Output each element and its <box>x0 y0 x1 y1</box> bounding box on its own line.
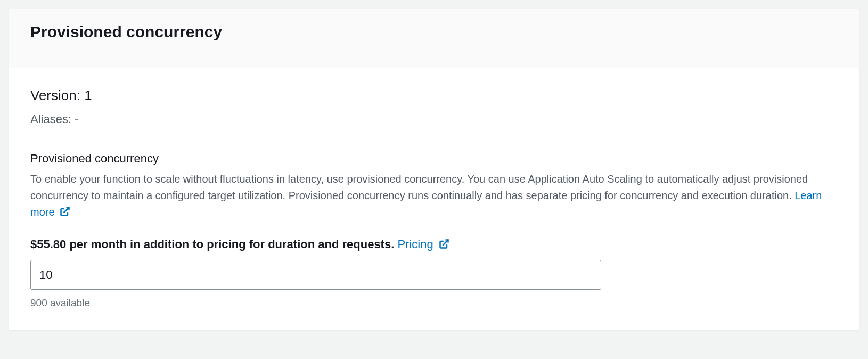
version-value: 1 <box>84 87 92 103</box>
external-link-icon <box>60 205 70 222</box>
aliases-label: Aliases: <box>30 112 71 126</box>
aliases-value: - <box>75 112 78 126</box>
price-line: $55.80 per month in addition to pricing … <box>30 238 838 252</box>
concurrency-input[interactable] <box>30 260 601 290</box>
pricing-link-label: Pricing <box>397 238 433 251</box>
provisioned-concurrency-panel: Provisioned concurrency Version: 1 Alias… <box>9 9 859 331</box>
concurrency-input-row <box>30 260 601 290</box>
section-label: Provisioned concurrency <box>30 152 838 166</box>
external-link-icon <box>439 239 449 252</box>
pricing-link[interactable]: Pricing <box>397 238 449 251</box>
version-label: Version: <box>30 87 80 103</box>
panel-title: Provisioned concurrency <box>30 23 838 41</box>
price-text: $55.80 per month in addition to pricing … <box>30 238 394 251</box>
section-description: To enable your function to scale without… <box>30 171 838 222</box>
version-line: Version: 1 <box>30 87 838 104</box>
panel-body: Version: 1 Aliases: - Provisioned concur… <box>9 68 859 330</box>
section-description-text: To enable your function to scale without… <box>30 173 808 201</box>
aliases-line: Aliases: - <box>30 112 838 126</box>
available-hint: 900 available <box>30 297 838 309</box>
panel-header: Provisioned concurrency <box>9 9 859 68</box>
